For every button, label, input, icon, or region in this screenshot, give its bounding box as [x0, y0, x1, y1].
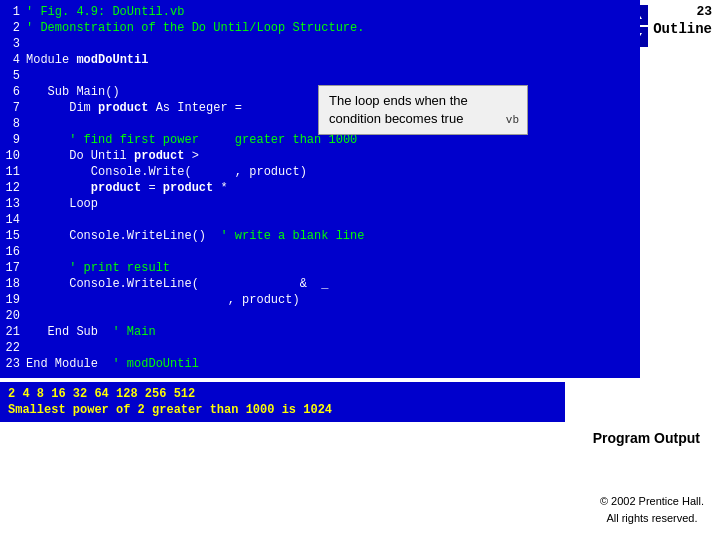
- code-area: 1 ' Fig. 4.9: DoUntil.vb 2 ' Demonstrati…: [0, 0, 640, 378]
- code-line-10: 10 Do Until product >: [0, 148, 640, 164]
- page-number: 23: [696, 4, 712, 19]
- code-line-14: 14: [0, 212, 640, 228]
- code-line-20: 20: [0, 308, 640, 324]
- code-line-21: 21 End Sub ' Main: [0, 324, 640, 340]
- code-line-23: 23 End Module ' modDoUntil: [0, 356, 640, 372]
- code-line-22: 22: [0, 340, 640, 356]
- program-output-label: Program Output: [593, 430, 700, 446]
- code-line-17: 17 ' print result: [0, 260, 640, 276]
- output-line2: Smallest power of 2 greater than 1000 is…: [8, 402, 557, 418]
- code-line-4: 4 Module modDoUntil: [0, 52, 640, 68]
- copyright-text: © 2002 Prentice Hall.All rights reserved…: [600, 493, 704, 526]
- code-line-15: 15 Console.WriteLine() ' write a blank l…: [0, 228, 640, 244]
- code-line-2: 2 ' Demonstration of the Do Until/Loop S…: [0, 20, 640, 36]
- code-line-1: 1 ' Fig. 4.9: DoUntil.vb: [0, 4, 640, 20]
- code-line-18: 18 Console.WriteLine( & _: [0, 276, 640, 292]
- tooltip-text: The loop ends when the condition becomes…: [329, 93, 468, 126]
- code-line-16: 16: [0, 244, 640, 260]
- tooltip-suffix: vb: [506, 113, 519, 128]
- outline-label: Outline: [653, 21, 712, 37]
- output-line1: 2 4 8 16 32 64 128 256 512: [8, 386, 557, 402]
- code-line-19: 19 , product): [0, 292, 640, 308]
- tooltip: The loop ends when the condition becomes…: [318, 85, 528, 135]
- output-area: 2 4 8 16 32 64 128 256 512 Smallest powe…: [0, 382, 565, 422]
- code-line-12: 12 product = product *: [0, 180, 640, 196]
- code-line-5: 5: [0, 68, 640, 84]
- code-line-3: 3: [0, 36, 640, 52]
- code-line-11: 11 Console.Write( , product): [0, 164, 640, 180]
- code-line-13: 13 Loop: [0, 196, 640, 212]
